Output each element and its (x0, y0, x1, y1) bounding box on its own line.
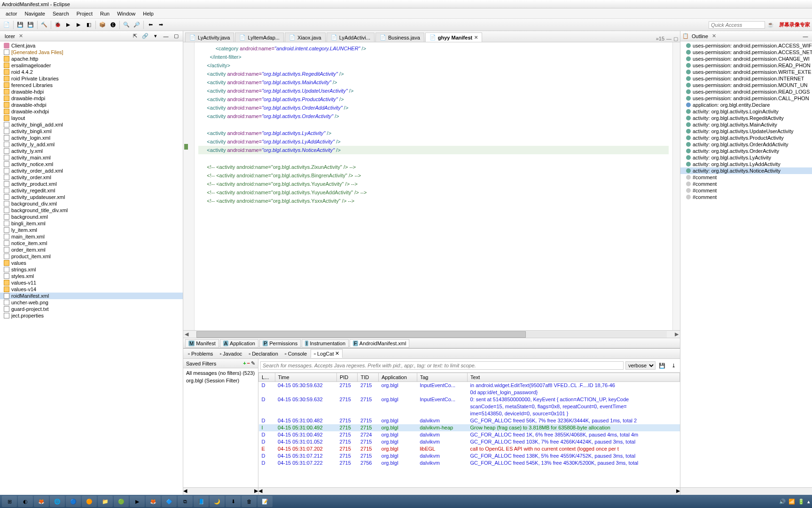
tray-icon[interactable]: 📶 (789, 499, 795, 505)
tree-item[interactable]: activity_main.xml (0, 154, 183, 161)
tree-item[interactable]: background.xml (0, 214, 183, 220)
explorer-tab[interactable]: lorer (2, 32, 18, 40)
task-app-icon[interactable]: 🦊 (146, 496, 161, 507)
outline-item[interactable]: #comment (680, 181, 812, 187)
task-app-icon[interactable]: 🟢 (114, 496, 129, 507)
tray-icon[interactable]: 🔋 (798, 499, 804, 505)
minimize-icon[interactable]: — (666, 36, 671, 42)
task-app-icon[interactable]: 🟠 (82, 496, 97, 507)
tree-item[interactable]: activity_bingli.xml (0, 128, 183, 135)
build-icon[interactable]: 🔨 (39, 20, 49, 30)
view-menu-icon[interactable]: ▾ (151, 32, 160, 41)
tree-item[interactable]: styles.xml (0, 273, 183, 279)
tree-item[interactable]: activity_notice.xml (0, 161, 183, 167)
outline-item[interactable]: activity: org.blgl.activitys.MainActivit… (680, 121, 812, 128)
tree-item[interactable]: activity_login.xml (0, 135, 183, 141)
perspective-java-icon[interactable]: ☕ (766, 20, 775, 30)
editor-tab[interactable]: 📄Xiaox.java (285, 32, 326, 42)
outline-item[interactable]: #comment (680, 194, 812, 200)
forward-icon[interactable]: ➡ (156, 20, 165, 30)
tree-item[interactable]: apache.http (0, 56, 183, 62)
task-app-icon[interactable]: 🔷 (162, 496, 177, 507)
outline-item[interactable]: activity: org.blgl.activitys.OrderActivi… (680, 148, 812, 154)
close-icon[interactable]: ✕ (712, 33, 716, 39)
edit-filter-icon[interactable]: ✎ (251, 360, 255, 366)
maximize-icon[interactable]: ▢ (172, 32, 181, 41)
editor-tab[interactable]: 📄ghyy Manifest✕ (425, 32, 482, 42)
outline-item[interactable]: uses-permission: android.permission.CHAN… (680, 56, 812, 62)
back-icon[interactable]: ⬅ (146, 20, 155, 30)
search-icon[interactable]: 🔎 (132, 20, 141, 30)
tree-item[interactable]: layout (0, 115, 183, 121)
coverage-icon[interactable]: ◧ (84, 20, 94, 30)
minimize-icon[interactable]: — (161, 32, 171, 41)
column-header[interactable]: Tag (417, 373, 467, 382)
log-row[interactable]: 0d app:id/et_login_password} (259, 389, 680, 396)
overflow-indicator[interactable]: »15 (656, 36, 664, 42)
manifest-tab-androidmanifest.xml[interactable]: FAndroidManifest.xml (350, 339, 409, 348)
outline-item[interactable]: activity: org.blgl.activitys.LyActivity (680, 154, 812, 161)
collapse-icon[interactable]: ⇱ (130, 32, 140, 41)
tree-item[interactable]: uncher-web.png (0, 299, 183, 306)
outline-item[interactable]: uses-permission: android.permission.ACCE… (680, 42, 812, 49)
tree-item[interactable]: activity_regedit.xml (0, 187, 183, 194)
tree-item[interactable]: activity_updateuser.xml (0, 194, 183, 200)
menu-navigate[interactable]: Navigate (21, 10, 48, 17)
tree-item[interactable]: roid Private Libraries (0, 75, 183, 82)
log-row[interactable]: D04-15 05:30:59.63227152715org.blglInput… (259, 382, 680, 389)
scroll-lock-icon[interactable]: ⤓ (669, 361, 678, 370)
task-app-icon[interactable]: ◐ (18, 496, 33, 507)
code-editor[interactable]: <category android:name="android.intent.c… (195, 42, 672, 330)
tree-item[interactable]: bingli_item.xml (0, 220, 183, 227)
outline-item[interactable]: activity: org.blgl.activitys.OrderAddAct… (680, 141, 812, 148)
task-app-icon[interactable]: 🦊 (34, 496, 49, 507)
editor-tab[interactable]: 📄LyAddActivi... (327, 32, 375, 42)
tree-item[interactable]: ject.properties (0, 312, 183, 319)
menu-project[interactable]: Project (73, 10, 96, 17)
outline-item[interactable]: uses-permission: android.permission.WRIT… (680, 69, 812, 75)
outline-item[interactable]: uses-permission: android.permission.READ… (680, 62, 812, 69)
filter-item[interactable]: All messages (no filters) (523) (184, 369, 257, 377)
add-filter-icon[interactable]: + (243, 360, 246, 366)
logcat-level-select[interactable]: verbose (625, 361, 656, 370)
minimize-icon[interactable]: — (801, 32, 810, 41)
save-log-icon[interactable]: 💾 (657, 361, 667, 370)
log-row[interactable]: D04-15 05:31:00.49227152724org.blgldalvi… (259, 431, 680, 438)
tray-icon[interactable]: 🔊 (779, 499, 786, 505)
column-header[interactable]: Time (275, 373, 336, 382)
column-header[interactable]: TID (358, 373, 379, 382)
outline-tab[interactable]: Outline (689, 32, 711, 40)
column-header[interactable]: L... (259, 373, 275, 382)
outline-item[interactable]: activity: org.blgl.activitys.ProductActi… (680, 135, 812, 141)
tree-item[interactable]: drawable-xhdpi (0, 102, 183, 108)
outline-item[interactable]: activity: org.blgl.activitys.UpdateUserA… (680, 128, 812, 135)
tree-item[interactable]: activity_ly.xml (0, 148, 183, 154)
close-icon[interactable]: ✕ (335, 350, 339, 357)
manifest-tab-manifest[interactable]: MManifest (185, 339, 219, 348)
log-row[interactable]: D04-15 05:30:59.63227152715org.blglInput… (259, 396, 680, 403)
log-row[interactable]: scanCode=15, metaState=0, flags=0x8, rep… (259, 403, 680, 410)
debug-icon[interactable]: 🐞 (53, 20, 62, 30)
tree-item[interactable]: values-v14 (0, 286, 183, 293)
logcat-table[interactable]: L...TimePIDTIDApplicationTagText D04-15 … (258, 373, 680, 487)
menu-search[interactable]: Search (49, 10, 73, 17)
view-tab-logcat[interactable]: ▫LogCat✕ (311, 349, 343, 358)
link-icon[interactable]: 🔗 (141, 32, 150, 41)
manifest-tab-permissions[interactable]: PPermissions (259, 339, 301, 348)
new-icon[interactable]: 📄 (2, 20, 11, 30)
save-icon[interactable]: 💾 (16, 20, 25, 30)
tree-item[interactable]: values-v11 (0, 279, 183, 286)
run-last-icon[interactable]: ▶ (74, 20, 83, 30)
tree-item[interactable]: notice_item.xml (0, 240, 183, 246)
tree-item[interactable]: background_title_div.xml (0, 207, 183, 214)
outline-item[interactable]: #comment (680, 174, 812, 181)
logcat-search-input[interactable] (260, 361, 624, 370)
task-app-icon[interactable]: 🗑 (242, 496, 257, 507)
menu-actor[interactable]: actor (2, 10, 21, 17)
task-app-icon[interactable]: ⬇ (226, 496, 241, 507)
tree-item[interactable]: activity_ly_add.xml (0, 141, 183, 148)
tree-item[interactable]: background_div.xml (0, 200, 183, 207)
tree-item[interactable]: ly_item.xml (0, 227, 183, 233)
save-all-icon[interactable]: 💾 (26, 20, 35, 30)
menu-help[interactable]: Help (139, 10, 157, 17)
